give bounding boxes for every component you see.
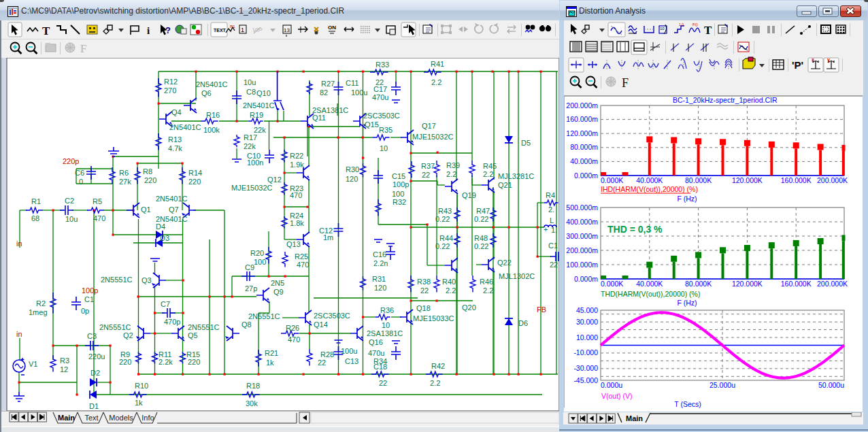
- svg-text:10: 10: [660, 27, 665, 31]
- svg-text:TEXT: TEXT: [214, 28, 227, 33]
- svg-text:-10.000: -10.000: [573, 348, 598, 356]
- svg-text:27p: 27p: [245, 284, 257, 293]
- svg-text:Text: Text: [84, 414, 98, 422]
- svg-text:R32: R32: [393, 198, 406, 206]
- svg-text:R44: R44: [439, 234, 453, 242]
- svg-text:160.000m: 160.000m: [566, 115, 598, 123]
- svg-text:-30.000: -30.000: [573, 364, 598, 372]
- svg-text:MJE15033C: MJE15033C: [413, 314, 454, 322]
- svg-text:Q9: Q9: [273, 288, 284, 296]
- svg-text:R5: R5: [93, 197, 102, 205]
- svg-text:2N5401C: 2N5401C: [196, 80, 228, 88]
- svg-text:2N5401C: 2N5401C: [156, 195, 188, 203]
- svg-text:68: 68: [31, 214, 39, 222]
- svg-text:y: y: [827, 57, 830, 63]
- svg-text:2.2: 2.2: [431, 78, 441, 86]
- svg-text:1.9k: 1.9k: [290, 161, 304, 169]
- svg-text:Q17: Q17: [422, 122, 436, 130]
- svg-text:2N5: 2N5: [271, 279, 284, 287]
- svg-text:100u: 100u: [341, 347, 357, 355]
- svg-text:80.000m: 80.000m: [570, 143, 598, 151]
- svg-text:0.000K: 0.000K: [601, 280, 623, 288]
- svg-text:25.000u: 25.000u: [710, 381, 735, 389]
- svg-text:200.000m: 200.000m: [566, 246, 598, 254]
- svg-text:82: 82: [320, 88, 328, 97]
- svg-text:R31: R31: [372, 275, 386, 283]
- svg-text:R17: R17: [244, 133, 257, 142]
- svg-text:160.000K: 160.000K: [781, 280, 812, 288]
- svg-text:R27: R27: [321, 80, 335, 88]
- svg-text:2.2: 2.2: [430, 379, 440, 387]
- svg-text:R45: R45: [483, 162, 497, 170]
- svg-text:R1: R1: [230, 24, 235, 29]
- svg-text:220u: 220u: [88, 352, 105, 361]
- svg-text:R10: R10: [135, 382, 148, 390]
- svg-text:13: 13: [284, 27, 290, 33]
- svg-text:R14: R14: [188, 169, 202, 177]
- svg-text:Main: Main: [626, 414, 643, 422]
- svg-text:100: 100: [392, 190, 404, 198]
- svg-text:in: in: [16, 330, 22, 338]
- svg-text:1k: 1k: [135, 399, 143, 407]
- svg-text:1.8k: 1.8k: [290, 219, 304, 227]
- svg-text:D1: D1: [89, 402, 99, 410]
- svg-text:R22: R22: [290, 152, 303, 160]
- svg-text:F (Hz): F (Hz): [677, 299, 697, 307]
- svg-text:Q16: Q16: [369, 338, 383, 346]
- svg-text:100p: 100p: [82, 286, 98, 295]
- svg-text:2SC3503C: 2SC3503C: [314, 312, 350, 320]
- svg-text:Q15: Q15: [365, 120, 379, 129]
- svg-text:Q19: Q19: [462, 191, 476, 199]
- svg-text:300.000m: 300.000m: [566, 232, 598, 240]
- svg-text:45.000: 45.000: [576, 306, 598, 314]
- svg-text:500.000m: 500.000m: [566, 203, 598, 212]
- svg-text:Q4: Q4: [171, 108, 182, 116]
- svg-text:100k: 100k: [203, 126, 220, 134]
- svg-text:R36: R36: [380, 306, 394, 314]
- svg-text:D4: D4: [156, 222, 165, 231]
- svg-text:Q11: Q11: [312, 114, 326, 122]
- svg-text:470p: 470p: [164, 318, 180, 326]
- svg-text:2N5401C: 2N5401C: [243, 101, 275, 110]
- svg-text:Models: Models: [109, 414, 133, 422]
- svg-text:C6: C6: [75, 169, 84, 177]
- svg-text:R4: R4: [546, 191, 555, 199]
- svg-text:30.000: 30.000: [576, 318, 598, 326]
- svg-text:MJE15032C: MJE15032C: [231, 184, 273, 192]
- svg-text:C9: C9: [245, 263, 254, 271]
- svg-text:T: T: [704, 24, 712, 37]
- svg-text:Q18: Q18: [416, 304, 431, 312]
- svg-text:D5: D5: [521, 139, 531, 147]
- svg-text:IHD(HARM(V(out)),20000) (%): IHD(HARM(V(out)),20000) (%): [601, 185, 698, 193]
- svg-text:Q21: Q21: [498, 181, 512, 189]
- svg-text:R25: R25: [295, 252, 308, 261]
- svg-text:R41: R41: [431, 60, 444, 68]
- svg-text:R3: R3: [60, 356, 69, 365]
- svg-text:F(): F(): [692, 22, 698, 27]
- svg-text:80.000K: 80.000K: [685, 176, 712, 184]
- svg-text:C1: C1: [548, 242, 558, 250]
- svg-text:C17: C17: [373, 85, 387, 93]
- svg-text:2.2n: 2.2n: [373, 259, 388, 267]
- svg-text:Q22: Q22: [497, 259, 512, 267]
- svg-text:0: 0: [79, 178, 83, 186]
- svg-text:470u: 470u: [372, 93, 388, 101]
- svg-text:C11: C11: [346, 79, 358, 87]
- svg-text:i: i: [147, 25, 150, 36]
- svg-text:-45.000: -45.000: [573, 376, 598, 384]
- svg-text:100n: 100n: [247, 159, 263, 167]
- svg-text:T: T: [42, 24, 50, 37]
- svg-text:40.000K: 40.000K: [636, 176, 663, 184]
- svg-text:Q7: Q7: [169, 205, 179, 214]
- svg-text:Q6: Q6: [201, 89, 212, 97]
- svg-text:1.: 1.: [551, 226, 557, 234]
- svg-text:R38: R38: [417, 278, 431, 286]
- svg-text:R2: R2: [36, 299, 46, 308]
- svg-text:100p: 100p: [393, 180, 409, 188]
- svg-text:220: 220: [188, 178, 201, 186]
- svg-text:Q14: Q14: [314, 320, 328, 329]
- svg-text:0.000m: 0.000m: [574, 171, 598, 180]
- svg-text:120.000K: 120.000K: [732, 176, 763, 184]
- svg-text:10u: 10u: [65, 215, 78, 223]
- svg-text:12: 12: [60, 365, 68, 373]
